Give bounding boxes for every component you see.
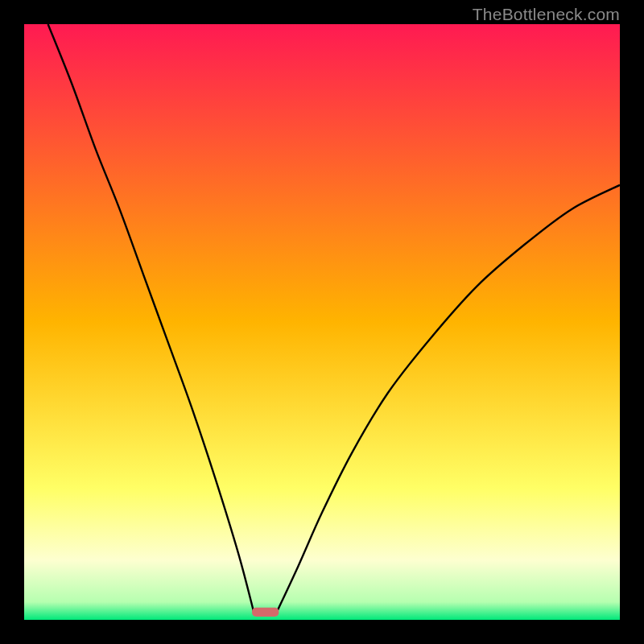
watermark-label: TheBottleneck.com — [473, 5, 620, 24]
bottleneck-chart — [24, 24, 620, 620]
bottleneck-marker — [252, 608, 279, 617]
chart-frame — [24, 24, 620, 620]
chart-background — [24, 24, 620, 620]
